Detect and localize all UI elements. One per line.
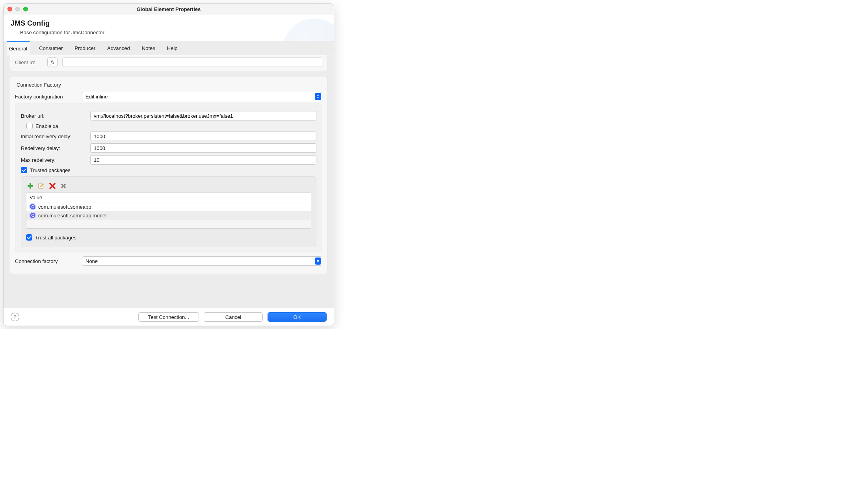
connection-factory-panel: Connection Factory Factory configuration…	[10, 77, 327, 274]
connection-factory-select[interactable]: None	[82, 256, 322, 266]
edit-icon[interactable]	[38, 182, 45, 189]
redelivery-delay-input[interactable]	[90, 143, 316, 153]
factory-config-label: Factory configuration	[15, 94, 77, 100]
title-bar: Global Element Properties	[4, 4, 334, 15]
content-area[interactable]: Client Id: fx Connection Factory Factory…	[4, 55, 334, 308]
connection-factory-label: Connection factory	[15, 258, 77, 264]
initial-redelivery-delay-input[interactable]	[90, 132, 316, 141]
connection-factory-title: Connection Factory	[17, 82, 322, 88]
tab-bar: General Consumer Producer Advanced Notes…	[4, 41, 334, 55]
dialog-footer: ? Test Connection... Cancel OK	[4, 308, 334, 326]
cancel-button[interactable]: Cancel	[204, 312, 263, 322]
max-redelivery-input[interactable]: 10	[90, 155, 316, 165]
client-id-input[interactable]	[62, 57, 322, 67]
text-cursor	[99, 157, 99, 163]
class-icon: C	[30, 204, 36, 210]
svg-point-3	[63, 185, 65, 187]
trusted-packages-panel: Value C com.mulesoft.someapp C com.mules…	[21, 176, 316, 247]
enable-xa-checkbox[interactable]	[26, 123, 33, 129]
tab-advanced[interactable]: Advanced	[105, 41, 132, 55]
ok-button[interactable]: OK	[268, 312, 327, 322]
trust-all-packages-label: Trust all packages	[35, 235, 76, 241]
tab-producer[interactable]: Producer	[72, 41, 98, 55]
tab-notes[interactable]: Notes	[139, 41, 158, 55]
chevron-up-down-icon	[315, 93, 321, 100]
header-area: JMS Config Base configuration for JmsCon…	[4, 15, 334, 41]
settings-icon[interactable]	[60, 182, 67, 189]
redelivery-delay-label: Redelivery delay:	[21, 145, 86, 151]
enable-xa-label: Enable xa	[35, 123, 58, 129]
svg-rect-1	[28, 185, 33, 187]
trusted-packages-label: Trusted packages	[30, 167, 71, 173]
tab-help[interactable]: Help	[165, 41, 180, 55]
tab-general[interactable]: General	[7, 41, 30, 55]
config-subheading: Base configuration for JmsConnector	[20, 30, 327, 35]
help-button[interactable]: ?	[11, 313, 19, 321]
table-row-empty[interactable]	[26, 220, 311, 228]
broker-url-input[interactable]	[90, 111, 316, 120]
tab-consumer[interactable]: Consumer	[37, 41, 65, 55]
chevron-up-down-icon	[315, 258, 321, 265]
class-icon: C	[30, 212, 36, 219]
initial-redelivery-delay-label: Initial redelivery delay:	[21, 133, 86, 139]
package-name: com.mulesoft.someapp.model	[38, 213, 106, 219]
value-column-header: Value	[26, 193, 311, 202]
table-row[interactable]: C com.mulesoft.someapp	[26, 202, 311, 211]
trust-all-packages-checkbox[interactable]	[26, 234, 32, 241]
table-row[interactable]: C com.mulesoft.someapp.model	[26, 211, 311, 220]
add-icon[interactable]	[27, 182, 34, 189]
dialog-window: Global Element Properties JMS Config Bas…	[3, 3, 334, 326]
test-connection-button[interactable]: Test Connection...	[138, 312, 199, 322]
window-title: Global Element Properties	[4, 6, 334, 12]
fx-expression-button[interactable]: fx	[47, 57, 58, 67]
connection-factory-value: None	[86, 258, 98, 264]
list-toolbar	[26, 181, 311, 193]
client-id-label: Client Id:	[15, 59, 43, 65]
trusted-packages-checkbox[interactable]	[21, 167, 27, 173]
max-redelivery-label: Max redelivery:	[21, 157, 86, 163]
factory-config-select[interactable]: Edit inline	[82, 92, 322, 101]
package-name: com.mulesoft.someapp	[38, 204, 91, 210]
factory-config-inner-panel: Broker url: Enable xa Initial redelivery…	[15, 104, 322, 252]
factory-config-value: Edit inline	[86, 94, 108, 100]
config-heading: JMS Config	[11, 19, 327, 28]
broker-url-label: Broker url:	[21, 113, 86, 119]
trusted-packages-table[interactable]: Value C com.mulesoft.someapp C com.mules…	[26, 193, 311, 229]
delete-icon[interactable]	[49, 182, 56, 189]
